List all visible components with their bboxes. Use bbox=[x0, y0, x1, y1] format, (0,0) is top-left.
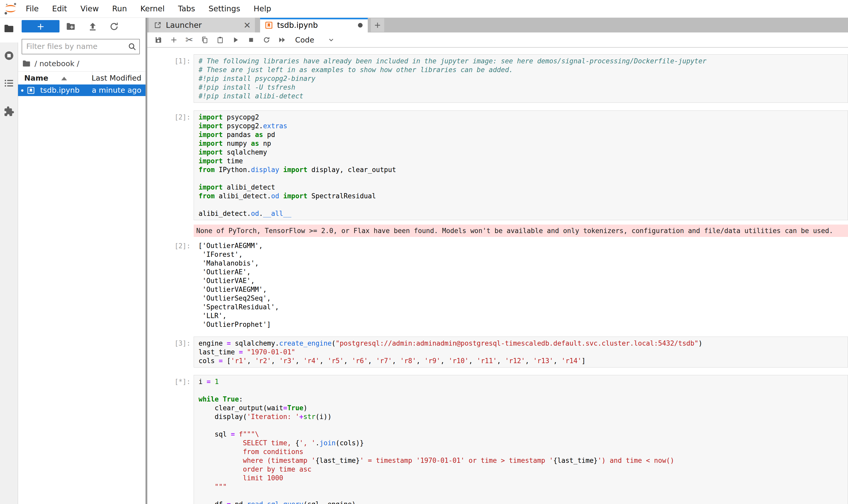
code-cell-input[interactable]: i = 1 while True: clear_output(wait=True… bbox=[194, 375, 848, 504]
menu-item-file[interactable]: File bbox=[19, 0, 45, 18]
execution-prompt: [*]: bbox=[147, 375, 194, 386]
notebook-file-icon bbox=[27, 86, 35, 94]
code-cell: [3]:engine = sqlalchemy.create_engine("p… bbox=[147, 337, 848, 367]
menu-item-settings[interactable]: Settings bbox=[202, 0, 247, 18]
modified-dot bbox=[21, 89, 23, 92]
stop-kernel-button[interactable] bbox=[247, 36, 255, 44]
running-kernels-icon[interactable] bbox=[4, 50, 14, 61]
restart-run-all-button[interactable] bbox=[277, 36, 286, 44]
menu-items: FileEditViewRunKernelTabsSettingsHelp bbox=[19, 0, 278, 18]
column-name[interactable]: Name bbox=[24, 74, 49, 83]
file-filter-box bbox=[22, 39, 140, 54]
output-prompt: [2]: bbox=[147, 239, 194, 250]
code-cell-input[interactable]: # The following libraries have already b… bbox=[194, 54, 848, 103]
code-cell-input[interactable]: engine = sqlalchemy.create_engine("postg… bbox=[194, 337, 848, 367]
launcher-icon bbox=[154, 21, 162, 29]
paste-cells-button[interactable] bbox=[216, 36, 224, 44]
chevron-down-icon[interactable] bbox=[328, 36, 335, 43]
unsaved-dot[interactable] bbox=[358, 23, 363, 28]
menu-item-edit[interactable]: Edit bbox=[45, 0, 74, 18]
execution-prompt: [1]: bbox=[147, 54, 194, 66]
add-cell-button[interactable] bbox=[169, 36, 178, 44]
notebook-toolbar: ✂ Code bbox=[147, 33, 848, 48]
activity-bar bbox=[0, 18, 18, 504]
code-cell-input[interactable]: import psycopg2import psycopg2.extrasimp… bbox=[194, 110, 848, 220]
file-list-header: Name Last Modified bbox=[18, 71, 145, 85]
tab-launcher[interactable]: Launcher ✕ bbox=[149, 18, 255, 33]
extension-manager-icon[interactable] bbox=[4, 106, 14, 117]
cell-type-dropdown[interactable]: Code bbox=[295, 36, 314, 44]
tab-notebook-label: tsdb.ipynb bbox=[277, 21, 318, 30]
new-launcher-button[interactable]: + bbox=[22, 20, 59, 33]
new-tab-button[interactable] bbox=[371, 18, 384, 32]
tab-bar: Launcher ✕ tsdb.ipynb bbox=[147, 18, 848, 33]
restart-kernel-button[interactable] bbox=[262, 36, 271, 44]
file-browser-panel: + / notebook / Name bbox=[18, 18, 145, 504]
execution-prompt: [2]: bbox=[147, 110, 194, 122]
file-name: tsdb.ipynb bbox=[40, 86, 79, 94]
notebook-content: [1]:# The following libraries have alrea… bbox=[147, 48, 848, 504]
file-browser-icon[interactable] bbox=[4, 23, 14, 34]
notebook-icon bbox=[265, 21, 273, 29]
sort-ascending-icon[interactable] bbox=[61, 77, 67, 80]
file-row-selected[interactable]: tsdb.ipynb a minute ago bbox=[18, 85, 145, 96]
folder-icon bbox=[22, 59, 31, 68]
cut-cells-button[interactable]: ✂ bbox=[185, 36, 194, 44]
menu-item-help[interactable]: Help bbox=[247, 0, 278, 18]
table-of-contents-icon[interactable] bbox=[4, 78, 14, 89]
run-cell-button[interactable] bbox=[231, 36, 240, 44]
cell-output: [2]:['OutlierAEGMM', 'IForest', 'Mahalan… bbox=[147, 239, 848, 331]
copy-cells-button[interactable] bbox=[200, 36, 209, 44]
breadcrumb-path: / notebook / bbox=[35, 59, 79, 68]
active-tab-indicator bbox=[260, 18, 368, 19]
jupyterlab-window: FileEditViewRunKernelTabsSettingsHelp + bbox=[0, 0, 848, 504]
new-folder-icon[interactable] bbox=[66, 22, 76, 32]
menu-item-run[interactable]: Run bbox=[106, 0, 134, 18]
menu-bar: FileEditViewRunKernelTabsSettingsHelp bbox=[0, 0, 848, 18]
refresh-icon[interactable] bbox=[109, 22, 119, 32]
code-cell: [1]:# The following libraries have alrea… bbox=[147, 54, 848, 103]
tab-launcher-label: Launcher bbox=[166, 21, 202, 30]
execution-prompt: [3]: bbox=[147, 337, 194, 348]
breadcrumb[interactable]: / notebook / bbox=[22, 58, 79, 69]
file-last-modified: a minute ago bbox=[92, 86, 141, 94]
upload-icon[interactable] bbox=[88, 22, 97, 32]
close-icon[interactable]: ✕ bbox=[243, 20, 251, 30]
jupyter-logo-icon bbox=[2, 0, 19, 17]
main-area: Launcher ✕ tsdb.ipynb bbox=[147, 18, 848, 504]
code-cell: [2]:import psycopg2import psycopg2.extra… bbox=[147, 110, 848, 220]
menu-item-kernel[interactable]: Kernel bbox=[134, 0, 171, 18]
menu-item-tabs[interactable]: Tabs bbox=[171, 0, 202, 18]
output-text: ['OutlierAEGMM', 'IForest', 'Mahalanobis… bbox=[194, 239, 848, 331]
save-button[interactable] bbox=[154, 36, 163, 44]
file-filter-input[interactable] bbox=[26, 40, 122, 52]
stderr-output: None of PyTorch, TensorFlow >= 2.0, or F… bbox=[194, 224, 848, 237]
tab-notebook[interactable]: tsdb.ipynb bbox=[260, 18, 368, 33]
search-icon bbox=[127, 42, 137, 51]
column-last-modified[interactable]: Last Modified bbox=[92, 74, 141, 83]
code-cell: [*]:i = 1 while True: clear_output(wait=… bbox=[147, 375, 848, 504]
panel-splitter[interactable] bbox=[145, 18, 147, 504]
menu-item-view[interactable]: View bbox=[74, 0, 105, 18]
